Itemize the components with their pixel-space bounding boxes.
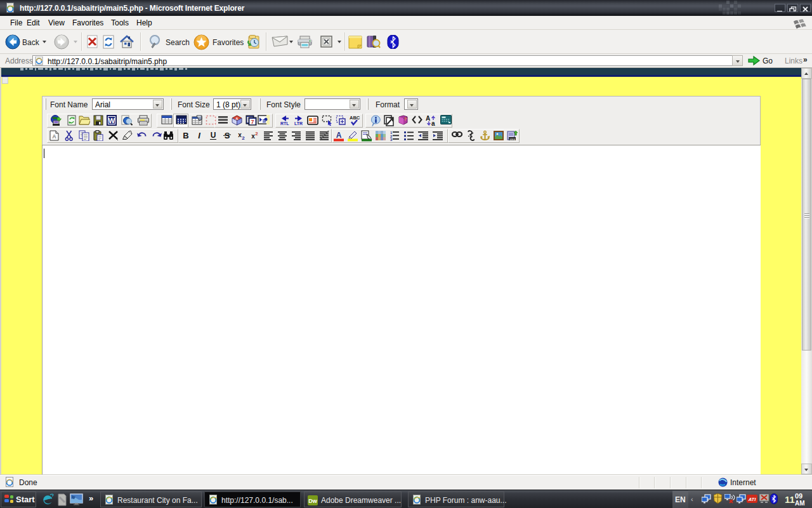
svg-text:WEB: WEB bbox=[509, 138, 515, 141]
svg-text:a: a bbox=[431, 120, 435, 126]
svg-text:I: I bbox=[198, 131, 200, 140]
svg-text:U: U bbox=[211, 131, 216, 140]
svg-text:A: A bbox=[52, 133, 56, 140]
svg-text:W: W bbox=[108, 117, 115, 124]
svg-text:LTR: LTR bbox=[294, 121, 303, 126]
svg-text:2: 2 bbox=[242, 135, 245, 141]
svg-text:?: ? bbox=[404, 117, 407, 121]
svg-text:2: 2 bbox=[255, 131, 258, 137]
svg-text:3: 3 bbox=[390, 138, 393, 141]
svg-text:B: B bbox=[183, 131, 188, 140]
svg-text:ATI: ATI bbox=[748, 497, 756, 502]
svg-text:7: 7 bbox=[251, 119, 254, 125]
svg-text:A: A bbox=[235, 117, 239, 121]
svg-text:RTL: RTL bbox=[280, 121, 289, 126]
svg-text:Dw: Dw bbox=[308, 498, 317, 504]
svg-text:A: A bbox=[426, 115, 430, 122]
svg-text:ABC: ABC bbox=[350, 115, 360, 121]
svg-text:A: A bbox=[336, 131, 342, 140]
